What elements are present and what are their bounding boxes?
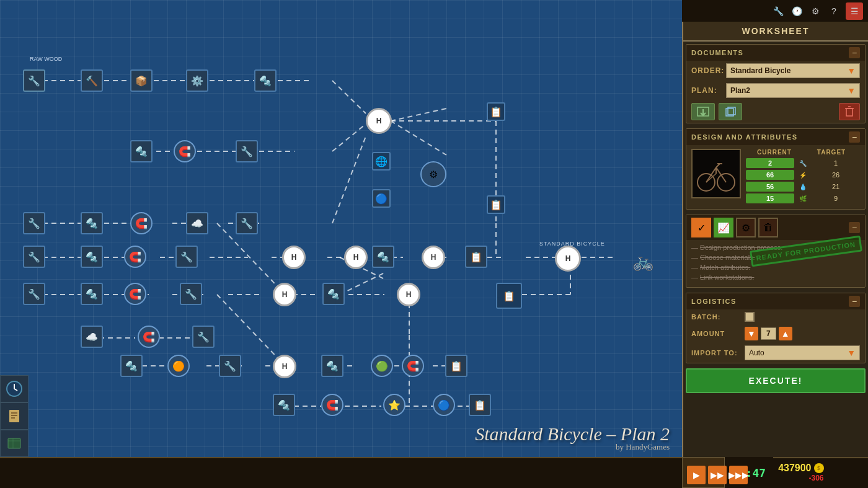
center-hub[interactable]: ⚙ (420, 161, 446, 187)
documents-collapse-btn[interactable]: − (849, 47, 860, 58)
node-7-1[interactable]: 🔩 (273, 394, 295, 416)
plan-dropdown[interactable]: Plan2 ▼ (726, 83, 860, 98)
node-2-4[interactable]: 🔧 (236, 140, 258, 162)
node-6b-1[interactable]: 🔩 (120, 355, 143, 377)
node-5-right[interactable]: 📋 (496, 283, 522, 309)
clock-icon[interactable]: 🕐 (790, 4, 804, 18)
node-2-3[interactable]: 🧲 (174, 140, 196, 162)
stat-target-3: 9 (812, 195, 860, 202)
node-right-1[interactable]: 📋 (487, 102, 505, 121)
design-collapse-btn[interactable]: − (849, 131, 860, 143)
svg-line-9 (391, 121, 446, 155)
hub-6-1[interactable]: H (273, 355, 296, 378)
hub-mid-3[interactable]: H (422, 246, 445, 269)
tab-chart[interactable]: 📈 (714, 218, 733, 237)
order-label: ORDER: (691, 66, 722, 75)
node-4-6[interactable]: 🔩 (372, 246, 394, 268)
node-7-4[interactable]: 🔵 (433, 394, 455, 416)
delete-btn[interactable] (839, 103, 860, 120)
node-5-3[interactable]: 🧲 (124, 283, 146, 305)
bicycle-icon: 🚲 (632, 251, 654, 272)
svg-line-34 (340, 273, 384, 295)
help-icon[interactable]: ? (827, 4, 841, 18)
hub-mid-2[interactable]: H (344, 246, 368, 269)
node-6-4[interactable]: 🔧 (192, 326, 215, 348)
stat-current-0: 2 (746, 158, 794, 168)
money-delta: -306 (778, 474, 823, 482)
amount-decrease-btn[interactable]: ▼ (745, 327, 758, 340)
node-2-5[interactable]: 🌐 (372, 152, 391, 171)
money-row: 437900 $ (778, 463, 823, 474)
hub-5-1[interactable]: H (273, 283, 296, 306)
checklist-collapse-btn[interactable]: − (849, 222, 860, 233)
node-6b-8[interactable]: 📋 (445, 355, 467, 377)
node-4-3[interactable]: 🧲 (124, 246, 146, 268)
node-5-1[interactable]: 🔧 (23, 283, 45, 305)
clock-widget[interactable] (0, 375, 29, 402)
node-7-2[interactable]: 🧲 (321, 394, 343, 416)
import-dropdown[interactable]: Auto ▼ (745, 345, 860, 360)
logistics-title: LOGISTICS (691, 298, 737, 305)
node-1-1[interactable]: 🔧 (23, 69, 45, 92)
node-6-2[interactable]: ☁️ (81, 326, 103, 348)
node-5-6[interactable]: 🔩 (322, 283, 345, 305)
import-label: IMPORT TO: (691, 349, 741, 357)
node-6b-3[interactable]: 🔧 (219, 355, 241, 377)
menu-button[interactable]: ☰ (846, 2, 863, 20)
tab-settings[interactable]: ⚙ (736, 218, 756, 237)
node-6b-5[interactable]: 🔩 (321, 355, 343, 377)
node-6b-6[interactable]: 🟢 (371, 355, 393, 377)
node-1-5[interactable]: 🔩 (254, 69, 277, 92)
node-center-2[interactable]: 🔵 (372, 189, 391, 208)
node-7-3[interactable]: ⭐ (383, 394, 405, 416)
node-4-1[interactable]: 🔧 (23, 246, 45, 268)
node-3-5[interactable]: 🔧 (236, 212, 258, 234)
node-3-4[interactable]: ☁️ (186, 212, 208, 234)
node-1-4[interactable]: ⚙️ (186, 69, 208, 92)
hub-mid-1[interactable]: H (282, 246, 306, 269)
node-6b-2[interactable]: 🟠 (167, 355, 190, 377)
hub-5-2[interactable]: H (397, 283, 420, 306)
current-label: CURRENT (746, 149, 803, 156)
map-widget[interactable] (0, 430, 29, 457)
fastest-btn[interactable]: ▶▶▶ (729, 466, 748, 484)
documents-section: DOCUMENTS − ORDER: Standard Bicycle ▼ PL… (686, 44, 866, 123)
node-right-2[interactable]: 📋 (487, 195, 505, 214)
blueprint-canvas[interactable]: RAW WOOD STANDARD BICYCLE .conn { stroke… (0, 0, 682, 457)
play-controls: ▶ ▶▶ ▶▶▶ (682, 466, 753, 484)
import-btn[interactable] (691, 103, 715, 120)
stat-current-1: 66 (746, 170, 794, 180)
node-4-4[interactable]: 🔧 (175, 246, 198, 268)
check-item-2: Match attributes. (691, 264, 860, 271)
node-3-1[interactable]: 🔧 (23, 212, 45, 234)
fast-forward-btn[interactable]: ▶▶ (708, 466, 727, 484)
tab-trash[interactable]: 🗑 (758, 218, 778, 237)
tab-checklist[interactable]: ✓ (691, 218, 711, 237)
node-5-2[interactable]: 🔩 (81, 283, 103, 305)
node-1-2[interactable]: 🔨 (81, 69, 103, 92)
stat-icon-3: 🌿 (797, 195, 809, 202)
wrench-icon[interactable]: 🔧 (771, 4, 785, 18)
batch-checkbox[interactable] (745, 312, 755, 322)
node-7-5[interactable]: 📋 (469, 394, 491, 416)
doc-widget[interactable] (0, 402, 29, 430)
node-4-8[interactable]: 📋 (465, 246, 487, 268)
node-4-2[interactable]: 🔩 (81, 246, 103, 268)
node-5-4[interactable]: 🔧 (180, 283, 202, 305)
node-2-2[interactable]: 🔩 (130, 140, 153, 162)
node-6b-7[interactable]: 🧲 (402, 355, 424, 377)
node-6-3[interactable]: 🧲 (138, 326, 160, 348)
settings-icon[interactable]: ⚙ (808, 4, 822, 18)
copy-btn[interactable] (719, 103, 742, 120)
execute-button[interactable]: EXECUTE! (686, 368, 866, 393)
hub-node-1[interactable]: H (366, 108, 392, 134)
node-3-3[interactable]: 🧲 (130, 212, 153, 234)
order-dropdown[interactable]: Standard Bicycle ▼ (726, 63, 860, 78)
hub-right[interactable]: H (555, 246, 581, 272)
plan-label: PLAN: (691, 86, 722, 95)
play-btn[interactable]: ▶ (687, 466, 706, 484)
node-1-3[interactable]: 📦 (130, 69, 153, 92)
logistics-collapse-btn[interactable]: − (849, 296, 860, 307)
amount-increase-btn[interactable]: ▲ (779, 327, 792, 340)
node-3-2[interactable]: 🔩 (81, 212, 103, 234)
